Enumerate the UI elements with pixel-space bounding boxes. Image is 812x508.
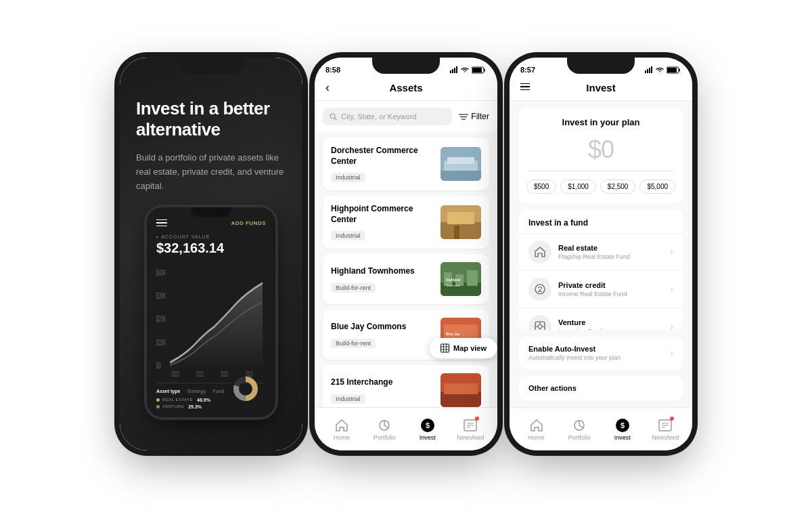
quick-amount-1000[interactable]: $1,000 xyxy=(560,179,596,194)
private-credit-chevron: › xyxy=(670,284,673,295)
nav-invest-label-2: Invest xyxy=(420,434,436,441)
asset-thumb-highland: Highland Townhomes xyxy=(441,262,481,296)
nav-portfolio-label-3: Portfolio xyxy=(568,434,591,441)
invest-icon-2: $ xyxy=(420,418,435,433)
asset-card-dorchester[interactable]: Dorchester Commerce Center Industrial xyxy=(323,137,489,190)
nav-newsfeed-3[interactable]: Newsfeed xyxy=(644,418,687,441)
account-value: $32,163.14 xyxy=(156,240,266,256)
status-time-3: 8:57 xyxy=(520,66,535,74)
svg-rect-13 xyxy=(452,69,453,73)
filter-button[interactable]: Filter xyxy=(459,112,489,121)
real-estate-fund-icon xyxy=(528,240,551,263)
svg-line-19 xyxy=(335,118,337,120)
fund-info-private-credit: Private credit Income Real Estate Fund xyxy=(558,281,663,297)
quick-amount-5000[interactable]: $5,000 xyxy=(639,179,675,194)
phone3-screen: 8:57 xyxy=(510,58,692,450)
wavy-decoration xyxy=(167,326,302,450)
venture-chevron: › xyxy=(670,321,673,330)
nav-header-3: Invest xyxy=(510,77,692,101)
inner-add-funds-btn[interactable]: ADD FUNDS xyxy=(231,220,266,226)
fund-venture[interactable]: Venture Innovation Fund › xyxy=(519,308,683,330)
nav-invest-2[interactable]: $ Invest xyxy=(406,418,449,441)
fund-info-venture: Venture Innovation Fund xyxy=(558,318,663,330)
nav-portfolio-label-2: Portfolio xyxy=(374,434,396,441)
asset-info-bluejay: Blue Jay Commons Build-for-rent xyxy=(331,322,434,348)
nav-invest-3[interactable]: $ Invest xyxy=(601,418,644,441)
auto-invest-chevron: › xyxy=(670,347,673,358)
fund-section-header: Invest in a fund xyxy=(519,210,683,233)
nav-home-label-2: Home xyxy=(334,434,350,441)
signal-icon-3 xyxy=(645,66,653,73)
nav-invest-label-3: Invest xyxy=(614,434,631,441)
svg-rect-56 xyxy=(649,68,650,73)
phone-marketing: Invest in a better alternative Build a p… xyxy=(120,58,302,450)
fund-name-private-credit: Private credit xyxy=(558,281,663,289)
svg-text:$40K: $40K xyxy=(156,268,166,278)
invest-icon-3: $ xyxy=(615,418,630,433)
fund-info-real-estate: Real estate Flagship Real Estate Fund xyxy=(558,244,663,260)
other-actions-section[interactable]: Other actions xyxy=(519,376,683,400)
svg-text:Townhomes: Townhomes xyxy=(446,284,460,287)
invest-plan-title: Invest in your plan xyxy=(528,117,673,127)
asset-name-dorchester: Dorchester Commerce Center xyxy=(331,146,434,167)
search-bar[interactable]: City, State, or Keyword xyxy=(323,108,452,125)
svg-rect-35 xyxy=(467,270,478,286)
nav-newsfeed-2[interactable]: Newsfeed xyxy=(449,418,493,441)
svg-text:$0: $0 xyxy=(156,360,161,370)
other-actions-title: Other actions xyxy=(528,384,673,392)
inner-menu-icon xyxy=(156,219,167,227)
bottom-nav-2: Home Portfolio xyxy=(315,407,497,450)
svg-rect-17 xyxy=(472,68,482,72)
asset-info-highland: Highland Townhomes Build-for-rent xyxy=(331,266,434,293)
venture-fund-icon xyxy=(528,315,551,330)
nav-portfolio-2[interactable]: Portfolio xyxy=(363,418,407,441)
svg-point-62 xyxy=(538,324,542,329)
fund-private-credit[interactable]: Private credit Income Real Estate Fund › xyxy=(519,270,683,308)
nav-home-3[interactable]: Home xyxy=(515,418,558,441)
phone-assets: 8:58 xyxy=(315,58,497,450)
fund-real-estate[interactable]: Real estate Flagship Real Estate Fund › xyxy=(519,233,683,270)
invest-amount-line xyxy=(528,171,673,171)
quick-amount-500[interactable]: $500 xyxy=(526,179,556,194)
asset-badge-bluejay: Build-for-rent xyxy=(331,339,376,348)
svg-rect-12 xyxy=(450,70,451,73)
phone1-subtitle: Build a portfolio of private assets like… xyxy=(136,151,286,193)
search-row: City, State, or Keyword Filter xyxy=(315,101,497,132)
private-credit-fund-icon xyxy=(528,278,551,301)
svg-rect-25 xyxy=(447,157,474,164)
invest-nav-title: Invest xyxy=(586,82,615,93)
menu-button-3[interactable] xyxy=(520,83,530,93)
asset-card-highland[interactable]: Highland Townhomes Build-for-rent Highla… xyxy=(323,254,489,304)
invest-plan-section: Invest in your plan $0 $500 $1,000 $2,50… xyxy=(519,108,683,203)
asset-card-highpoint[interactable]: Highpoint Commerce Center Industrial xyxy=(323,196,489,249)
status-bar-2: 8:58 xyxy=(315,58,497,77)
back-button-2[interactable]: ‹ xyxy=(325,81,330,95)
asset-name-highland: Highland Townhomes xyxy=(331,266,434,277)
asset-list: Dorchester Commerce Center Industrial xyxy=(315,132,497,419)
invest-content: Invest in your plan $0 $500 $1,000 $2,50… xyxy=(510,101,692,407)
quick-amount-2500[interactable]: $2,500 xyxy=(600,179,636,194)
status-icons-3 xyxy=(645,66,681,74)
nav-portfolio-3[interactable]: Portfolio xyxy=(558,418,602,441)
signal-icon xyxy=(450,66,458,73)
assets-nav-title: Assets xyxy=(389,82,422,93)
svg-rect-46 xyxy=(441,344,449,352)
home-icon-2 xyxy=(334,418,349,433)
bottom-nav-3: Home Portfolio xyxy=(510,407,692,450)
newsfeed-notification-dot-3 xyxy=(670,417,674,421)
asset-name-interchange: 215 Interchange xyxy=(331,377,434,388)
nav-home-label-3: Home xyxy=(528,434,545,441)
asset-name-highpoint: Highpoint Commerce Center xyxy=(331,204,434,225)
svg-text:$30K: $30K xyxy=(156,291,166,301)
map-view-button[interactable]: Map view xyxy=(429,338,497,358)
asset-info-highpoint: Highpoint Commerce Center Industrial xyxy=(331,204,434,240)
search-icon xyxy=(330,113,337,121)
phone2-screen: 8:58 xyxy=(315,58,497,450)
svg-rect-30 xyxy=(454,226,459,239)
filter-icon xyxy=(459,113,468,121)
svg-text:$: $ xyxy=(621,421,625,429)
auto-invest-title: Enable Auto-Invest xyxy=(528,345,670,353)
svg-text:$10K: $10K xyxy=(156,337,166,347)
auto-invest-section[interactable]: Enable Auto-Invest Automatically invest … xyxy=(519,337,683,369)
nav-home-2[interactable]: Home xyxy=(320,418,363,441)
